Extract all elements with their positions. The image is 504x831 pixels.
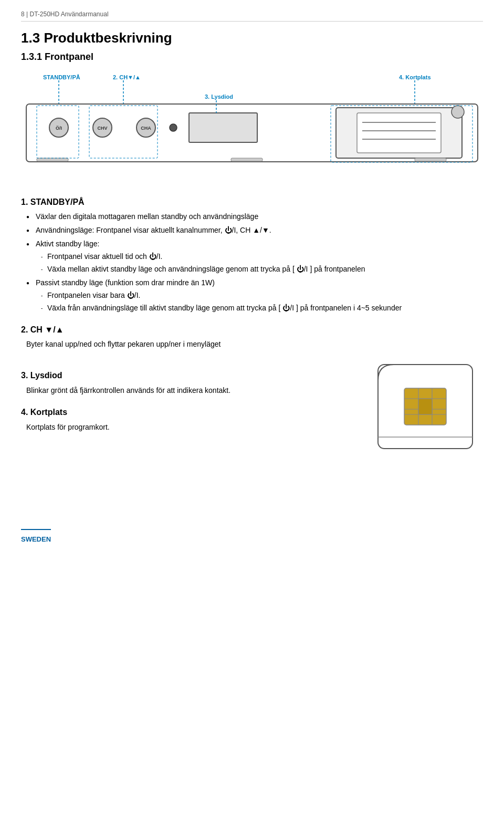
list-item: Frontpanel visar aktuell tid och ⏻/I. (41, 251, 483, 262)
card-illustration (368, 359, 483, 455)
chip-center (418, 399, 432, 414)
card-svg (368, 359, 483, 454)
standby-section: 1. STANDBY/PÅ Växlar den digitala mottag… (21, 198, 483, 314)
page-header: 8 | DT-250HD Användarmanual (21, 11, 483, 22)
list-item: Frontpanelen visar bara ⏻/I. (41, 290, 483, 301)
btn-chv-label: CHV (97, 126, 107, 131)
kortplats-title: 4. Kortplats (21, 408, 352, 417)
lysdiod-title: 3. Lysdiod (21, 371, 352, 380)
label-lysdiod-diagram: 3. Lysdiod (205, 94, 233, 100)
sub-list: Frontpanelen visar bara ⏻/I. Växla från … (41, 290, 483, 314)
diagram-wrapper: STANDBY/PÅ 2. CH▼/▲ 4. Kortplats Ö/I CHV… (21, 70, 483, 182)
ch-section-title: 2. CH ▼/▲ (21, 325, 483, 335)
card-slot-inner (357, 113, 441, 153)
footer-area: SWEDEN (21, 497, 483, 543)
label-ch-diagram: 2. CH▼/▲ (113, 74, 141, 80)
standby-bullet-list: Växlar den digitala mottagaren mellan st… (26, 211, 483, 314)
sub-title: 1.3.1 Frontpanel (21, 51, 483, 63)
sweden-label: SWEDEN (21, 529, 51, 543)
foot-3 (415, 158, 446, 161)
ch-section: 2. CH ▼/▲ Byter kanal upp/ned och flytta… (21, 325, 483, 350)
btn-cha-label: CHA (141, 126, 151, 131)
list-item: Passivt standby läge (funktion som drar … (26, 277, 483, 314)
lysdiod-section: 3. Lysdiod Blinkar grönt då fjärrkontrol… (21, 371, 352, 396)
ch-description: Byter kanal upp/ned och flyttar pekaren … (26, 339, 483, 350)
btn-standby-label: Ö/I (56, 126, 62, 131)
foot-1 (37, 158, 68, 161)
label-kortplats-diagram: 4. Kortplats (399, 74, 431, 80)
lysdiod-kortplats-row: 3. Lysdiod Blinkar grönt då fjärrkontrol… (21, 359, 483, 455)
kortplats-section: 4. Kortplats Kortplats för programkort. (21, 408, 352, 433)
foot-2 (231, 158, 262, 161)
main-title: 1.3 Produktbeskrivning (21, 30, 483, 46)
kortplats-description: Kortplats för programkort. (26, 421, 352, 433)
lysdiod-description: Blinkar grönt då fjärrkontrollen används… (26, 385, 352, 396)
sub-list: Frontpanel visar aktuell tid och ⏻/I. Vä… (41, 251, 483, 275)
device-diagram: STANDBY/PÅ 2. CH▼/▲ 4. Kortplats Ö/I CHV… (21, 70, 483, 182)
list-item: Växla mellan aktivt standby läge och anv… (41, 264, 483, 275)
list-item: Växla från användningsläge till aktivt s… (41, 303, 483, 314)
lysdiod-kortplats-text: 3. Lysdiod Blinkar grönt då fjärrkontrol… (21, 359, 352, 455)
list-item: Växlar den digitala mottagaren mellan st… (26, 211, 483, 222)
list-item: Aktivt standby läge: Frontpanel visar ak… (26, 238, 483, 275)
label-standby: STANDBY/PÅ (43, 74, 80, 80)
device-display (189, 113, 257, 142)
list-item: Användningsläge: Frontpanel visar aktuel… (26, 225, 483, 236)
diagram-svg: STANDBY/PÅ 2. CH▼/▲ 4. Kortplats Ö/I CHV… (21, 70, 483, 180)
header-text: 8 | DT-250HD Användarmanual (21, 11, 109, 18)
led-dot (170, 124, 177, 131)
standby-section-title: 1. STANDBY/PÅ (21, 198, 483, 207)
corner-btn (452, 106, 464, 118)
